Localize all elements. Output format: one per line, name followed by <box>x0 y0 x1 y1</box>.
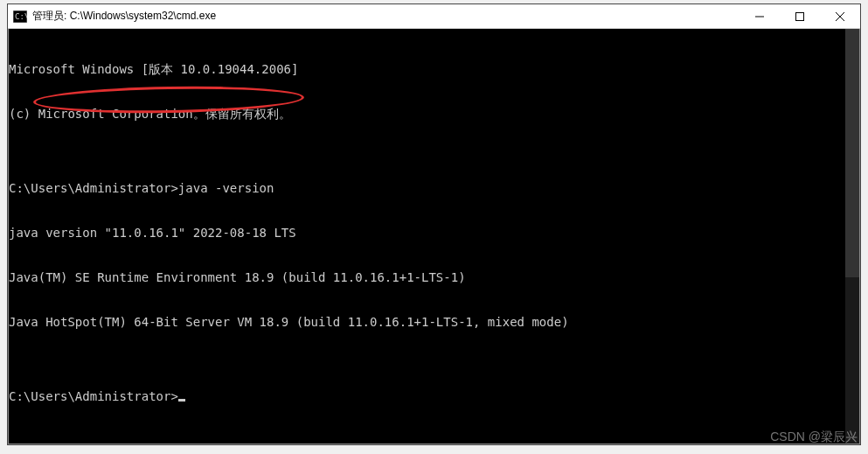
output-line: Microsoft Windows [版本 10.0.19044.2006] <box>9 62 859 77</box>
close-button[interactable] <box>820 4 860 29</box>
svg-text:C:\: C:\ <box>15 12 27 21</box>
cmd-window: C:\ 管理员: C:\Windows\system32\cmd.exe Mic… <box>7 3 861 445</box>
maximize-button[interactable] <box>780 4 820 29</box>
output-line: (c) Microsoft Corporation。保留所有权利。 <box>9 107 859 122</box>
prompt-line: C:\Users\Administrator> <box>9 389 859 404</box>
output-line: Java HotSpot(TM) 64-Bit Server VM 18.9 (… <box>9 315 859 330</box>
output-line: C:\Users\Administrator>java -version <box>9 181 859 196</box>
cmd-icon: C:\ <box>13 10 27 24</box>
output-line: java version "11.0.16.1" 2022-08-18 LTS <box>9 226 859 241</box>
window-title: 管理员: C:\Windows\system32\cmd.exe <box>32 9 740 24</box>
svg-rect-3 <box>796 13 804 21</box>
scrollbar-thumb[interactable] <box>845 29 859 277</box>
terminal-output[interactable]: Microsoft Windows [版本 10.0.19044.2006] (… <box>8 29 860 444</box>
titlebar[interactable]: C:\ 管理员: C:\Windows\system32\cmd.exe <box>8 4 860 29</box>
window-controls <box>740 4 860 28</box>
prompt-text: C:\Users\Administrator> <box>9 389 178 403</box>
minimize-button[interactable] <box>740 4 780 29</box>
cursor <box>178 399 185 402</box>
output-line: Java(TM) SE Runtime Environment 18.9 (bu… <box>9 270 859 285</box>
vertical-scrollbar[interactable] <box>845 29 859 444</box>
